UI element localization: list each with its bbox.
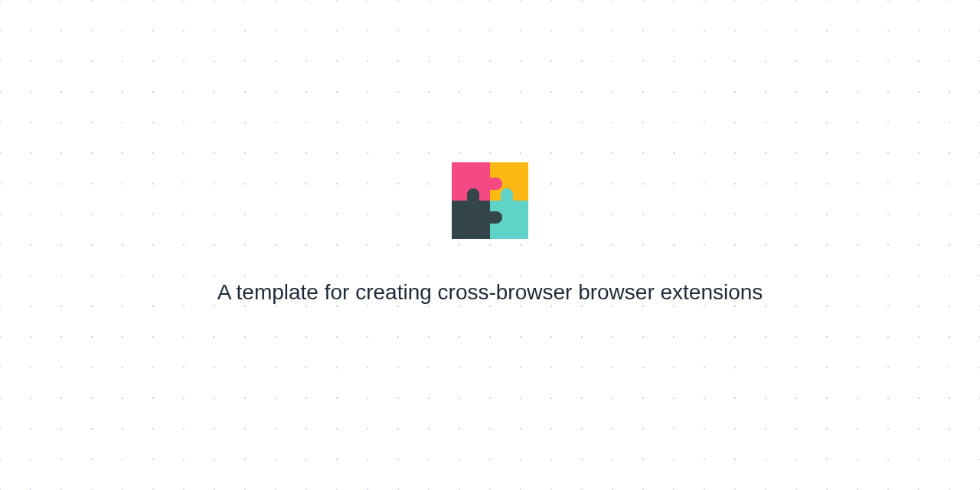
tagline: A template for creating cross-browser br… — [217, 280, 763, 305]
hero-content: A template for creating cross-browser br… — [217, 162, 763, 305]
puzzle-icon — [452, 162, 528, 239]
